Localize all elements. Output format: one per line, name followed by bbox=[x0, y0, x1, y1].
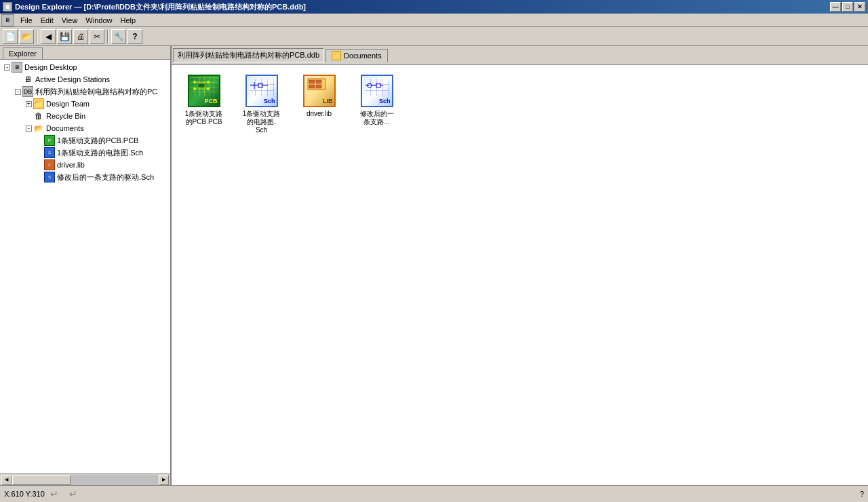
documents-tab-icon: 📁 bbox=[332, 51, 341, 60]
svg-rect-21 bbox=[376, 83, 380, 88]
title-bar: 🖥 Design Explorer — [D:\Protel\DDB文件夹\利用… bbox=[0, 0, 868, 14]
tree-item-design-team[interactable]: + 📁 Design Team bbox=[1, 98, 169, 110]
tree-label-design-desktop: Design Desktop bbox=[24, 63, 77, 71]
file-big-icon-sch2 bbox=[361, 75, 393, 107]
recycle-icon: 🗑 bbox=[33, 111, 44, 121]
tree-item-recycle-bin[interactable]: 🗑 Recycle Bin bbox=[1, 110, 169, 122]
sch-file2-icon: S bbox=[44, 172, 55, 182]
toolbar-print-button[interactable]: 🖨 bbox=[73, 29, 88, 44]
app-menu-icon: 🖥 bbox=[1, 14, 14, 26]
tree-label-active-stations: Active Design Stations bbox=[35, 75, 110, 83]
svg-rect-15 bbox=[316, 80, 321, 83]
lib-file-icon: L bbox=[44, 159, 55, 170]
file-name-lib: driver.lib bbox=[307, 110, 332, 118]
content-header: 利用阵列粘贴绘制电路结构对称的PCB.ddb 📁 Documents bbox=[172, 46, 868, 65]
status-left: X:610 Y:310 ↵ ↵ bbox=[4, 488, 77, 499]
menu-help[interactable]: Help bbox=[116, 15, 140, 26]
tree-item-pcb[interactable]: P 1条驱动支路的PCB.PCB bbox=[1, 134, 169, 147]
tree-label-sch1: 1条驱动支路的电路图.Sch bbox=[57, 148, 143, 158]
tree-label-documents: Documents bbox=[46, 124, 84, 132]
file-item-sch2[interactable]: 修改后的一条支路... bbox=[351, 72, 402, 137]
toolbar-tools-button[interactable]: 🔧 bbox=[111, 29, 126, 44]
spacer-6 bbox=[37, 174, 43, 180]
menu-view[interactable]: View bbox=[58, 15, 82, 26]
window-controls: — □ ✕ bbox=[830, 2, 865, 12]
title-text: Design Explorer — [D:\Protel\DDB文件夹\利用阵列… bbox=[15, 2, 830, 12]
expand-design-team[interactable]: + bbox=[26, 101, 32, 107]
main-layout: Explorer - 🖥 Design Desktop 🖥 Active Des… bbox=[0, 46, 868, 485]
tree-item-lib[interactable]: L driver.lib bbox=[1, 159, 169, 171]
spacer-1 bbox=[15, 77, 21, 83]
expand-documents[interactable]: - bbox=[26, 125, 32, 132]
tree-item-active-stations[interactable]: 🖥 Active Design Stations bbox=[1, 73, 169, 85]
status-arrow2: ↵ bbox=[69, 488, 77, 499]
toolbar: 📄 📂 ◀ 💾 🖨 ✂ 🔧 ? bbox=[0, 27, 868, 46]
explorer-panel: Explorer - 🖥 Design Desktop 🖥 Active Des… bbox=[0, 46, 172, 485]
toolbar-open-button[interactable]: 📂 bbox=[19, 29, 34, 44]
file-item-lib[interactable]: driver.lib bbox=[294, 72, 344, 137]
folder-icon-design-team: 📁 bbox=[33, 98, 44, 109]
explorer-scrollbar[interactable]: ◀ ▶ bbox=[0, 474, 170, 485]
tree-label-ddb: 利用阵列粘贴绘制电路结构对称的PC bbox=[35, 87, 157, 97]
path-label: 利用阵列粘贴绘制电路结构对称的PCB.ddb bbox=[173, 48, 324, 62]
tree-item-documents[interactable]: - 📂 Documents bbox=[1, 122, 169, 134]
tree-label-pcb: 1条驱动支路的PCB.PCB bbox=[57, 136, 138, 146]
folder-open-icon-documents: 📂 bbox=[33, 123, 44, 134]
tree-container[interactable]: - 🖥 Design Desktop 🖥 Active Design Stati… bbox=[0, 60, 170, 474]
status-bar: X:610 Y:310 ↵ ↵ ? bbox=[0, 485, 868, 502]
tree-item-ddb[interactable]: - DB 利用阵列粘贴绘制电路结构对称的PC bbox=[1, 85, 169, 98]
svg-rect-7 bbox=[198, 83, 205, 88]
file-name-pcb: 1条驱动支路的PCB.PCB bbox=[185, 110, 223, 126]
toolbar-help-button[interactable]: ? bbox=[127, 29, 142, 44]
svg-rect-16 bbox=[309, 85, 315, 88]
tree-item-sch1[interactable]: S 1条驱动支路的电路图.Sch bbox=[1, 147, 169, 159]
scroll-left-button[interactable]: ◀ bbox=[1, 475, 12, 485]
svg-rect-14 bbox=[309, 80, 315, 83]
documents-tab-label: Documents bbox=[344, 52, 382, 60]
desktop-icon: 🖥 bbox=[12, 62, 22, 73]
tree-item-sch2[interactable]: S 修改后的一条支路的驱动.Sch bbox=[1, 171, 169, 183]
file-big-icon-lib bbox=[303, 75, 336, 107]
scroll-right-button[interactable]: ▶ bbox=[159, 475, 169, 485]
pcb-file-icon: P bbox=[44, 135, 55, 146]
toolbar-new-button[interactable]: 📄 bbox=[3, 29, 18, 44]
status-coords: X:610 Y:310 bbox=[4, 490, 45, 498]
content-panel: 利用阵列粘贴绘制电路结构对称的PCB.ddb 📁 Documents bbox=[172, 46, 868, 485]
expand-design-desktop[interactable]: - bbox=[4, 64, 10, 71]
documents-tab[interactable]: 📁 Documents bbox=[326, 49, 388, 62]
tree-label-lib: driver.lib bbox=[57, 161, 85, 169]
toolbar-cut-button[interactable]: ✂ bbox=[90, 29, 104, 44]
file-big-icon-pcb bbox=[188, 75, 220, 107]
toolbar-save-button[interactable]: 💾 bbox=[57, 29, 72, 44]
toolbar-back-button[interactable]: ◀ bbox=[41, 29, 56, 44]
svg-rect-17 bbox=[316, 85, 321, 88]
toolbar-separator-2 bbox=[107, 30, 108, 43]
tree-label-sch2: 修改后的一条支路的驱动.Sch bbox=[57, 172, 154, 182]
menu-bar: 🖥 File Edit View Window Help bbox=[0, 14, 868, 27]
file-big-icon-sch1 bbox=[245, 75, 278, 107]
menu-window[interactable]: Window bbox=[81, 15, 116, 26]
explorer-tab[interactable]: Explorer bbox=[3, 47, 43, 59]
toolbar-separator-1 bbox=[37, 30, 38, 43]
spacer-3 bbox=[37, 138, 43, 144]
spacer-2 bbox=[26, 113, 32, 119]
scroll-track[interactable] bbox=[12, 475, 158, 485]
tree-item-design-desktop[interactable]: - 🖥 Design Desktop bbox=[1, 61, 169, 73]
ddb-icon: DB bbox=[22, 86, 33, 97]
app-icon: 🖥 bbox=[3, 2, 12, 12]
minimize-button[interactable]: — bbox=[830, 2, 841, 12]
menu-file[interactable]: File bbox=[16, 15, 37, 26]
file-item-sch1[interactable]: 1条驱动支路的电路图.Sch bbox=[236, 72, 287, 137]
file-name-sch1: 1条驱动支路的电路图.Sch bbox=[243, 110, 281, 134]
menu-edit[interactable]: Edit bbox=[37, 15, 58, 26]
close-button[interactable]: ✕ bbox=[854, 2, 865, 12]
status-arrow1: ↵ bbox=[50, 488, 58, 499]
tree-label-design-team: Design Team bbox=[46, 100, 90, 108]
expand-ddb[interactable]: - bbox=[15, 89, 21, 95]
maximize-button[interactable]: □ bbox=[842, 2, 853, 12]
tree-label-recycle-bin: Recycle Bin bbox=[46, 112, 85, 120]
file-item-pcb[interactable]: 1条驱动支路的PCB.PCB bbox=[178, 72, 229, 137]
sch-file1-icon: S bbox=[44, 147, 55, 158]
status-help[interactable]: ? bbox=[860, 490, 864, 498]
file-name-sch2: 修改后的一条支路... bbox=[360, 110, 394, 126]
